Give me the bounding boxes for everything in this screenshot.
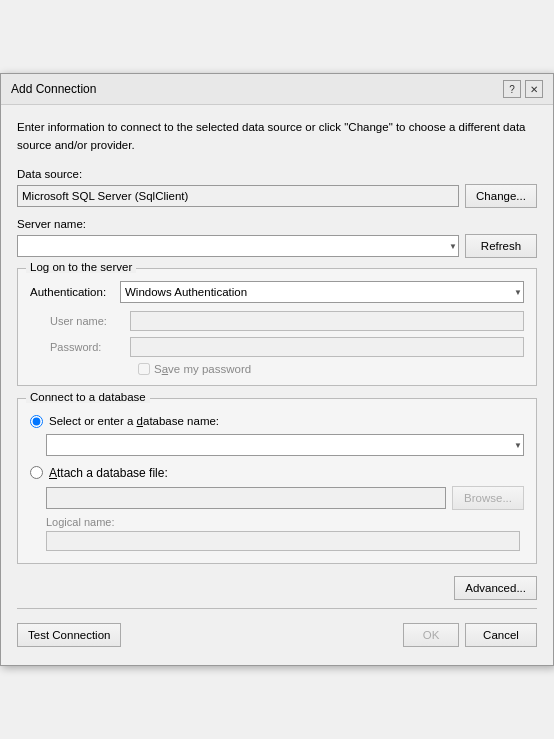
db-name-select-wrapper: ▼ <box>46 434 524 456</box>
advanced-row: Advanced... <box>17 576 537 600</box>
attach-label: Attach a database file: <box>49 466 168 480</box>
radio-select-db[interactable] <box>30 415 43 428</box>
cancel-button[interactable]: Cancel <box>465 623 537 647</box>
title-bar: Add Connection ? ✕ <box>1 74 553 105</box>
data-source-input[interactable] <box>17 185 459 207</box>
logon-section-title: Log on to the server <box>26 261 136 273</box>
connect-section-title: Connect to a database <box>26 391 150 403</box>
server-name-label: Server name: <box>17 218 537 230</box>
save-password-label: Save my password <box>138 363 251 375</box>
user-name-input[interactable] <box>130 311 524 331</box>
logical-name-input[interactable] <box>46 531 520 551</box>
password-row: Password: <box>30 337 524 357</box>
logon-section: Log on to the server Authentication: Win… <box>17 268 537 386</box>
test-connection-button[interactable]: Test Connection <box>17 623 121 647</box>
attach-radio-row: Attach a database file: <box>30 466 524 480</box>
data-source-label: Data source: <box>17 168 537 180</box>
auth-label: Authentication: <box>30 286 120 298</box>
ok-button[interactable]: OK <box>403 623 459 647</box>
db-select-row: ▼ <box>30 434 524 456</box>
bottom-right-buttons: OK Cancel <box>403 623 537 647</box>
logical-input-wrapper <box>30 531 524 551</box>
help-button[interactable]: ? <box>503 80 521 98</box>
auth-select-wrapper: Windows Authentication SQL Server Authen… <box>120 281 524 303</box>
close-button[interactable]: ✕ <box>525 80 543 98</box>
attach-file-input[interactable] <box>46 487 446 509</box>
server-name-select-wrapper: ▼ <box>17 235 459 257</box>
radio-db-row: Select or enter a database name: <box>30 415 524 428</box>
server-name-row: ▼ Refresh <box>17 234 537 258</box>
auth-row: Authentication: Windows Authentication S… <box>30 281 524 303</box>
description-text: Enter information to connect to the sele… <box>17 119 537 154</box>
refresh-button[interactable]: Refresh <box>465 234 537 258</box>
auth-select[interactable]: Windows Authentication SQL Server Authen… <box>120 281 524 303</box>
save-password-text: Save my password <box>154 363 251 375</box>
password-input[interactable] <box>130 337 524 357</box>
title-bar-controls: ? ✕ <box>503 80 543 98</box>
change-button[interactable]: Change... <box>465 184 537 208</box>
dialog-content: Enter information to connect to the sele… <box>1 105 553 665</box>
save-password-checkbox[interactable] <box>138 363 150 375</box>
divider <box>17 608 537 609</box>
radio-attach-db[interactable] <box>30 466 43 479</box>
logical-name-label: Logical name: <box>30 516 524 528</box>
dialog-title: Add Connection <box>11 82 96 96</box>
radio-select-db-label: Select or enter a database name: <box>49 415 219 427</box>
attach-input-row: Browse... <box>30 486 524 510</box>
password-label: Password: <box>50 341 130 353</box>
logon-section-inner: Authentication: Windows Authentication S… <box>30 281 524 375</box>
user-name-label: User name: <box>50 315 130 327</box>
advanced-button[interactable]: Advanced... <box>454 576 537 600</box>
server-name-select[interactable] <box>17 235 459 257</box>
bottom-buttons-row: Test Connection OK Cancel <box>17 619 537 651</box>
data-source-row: Change... <box>17 184 537 208</box>
save-password-row: Save my password <box>30 363 524 375</box>
browse-button[interactable]: Browse... <box>452 486 524 510</box>
db-name-select[interactable] <box>46 434 524 456</box>
add-connection-dialog: Add Connection ? ✕ Enter information to … <box>0 73 554 666</box>
user-name-row: User name: <box>30 311 524 331</box>
connect-section: Connect to a database Select or enter a … <box>17 398 537 564</box>
